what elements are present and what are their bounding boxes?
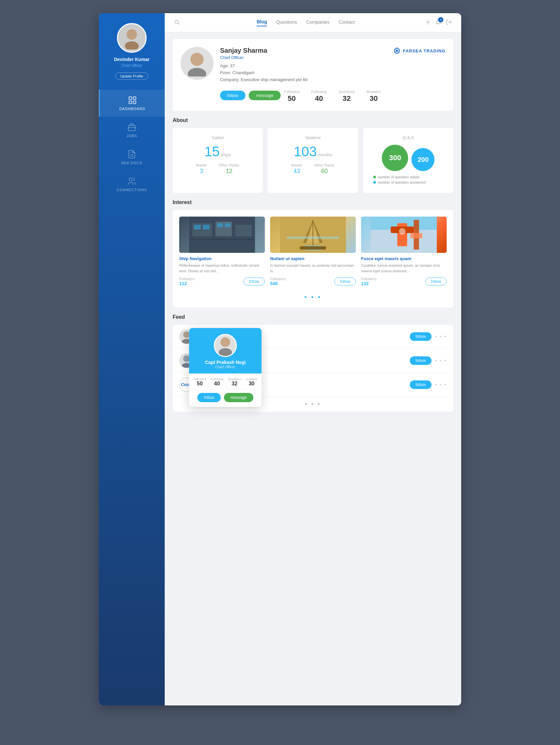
svg-rect-6: [129, 125, 135, 131]
popup-card: Capt Prakash Negi Chief Officer Follower…: [189, 328, 261, 407]
sailed-other-value: 12: [219, 168, 240, 175]
svg-rect-23: [194, 225, 201, 229]
sailed-unit: ships: [221, 152, 231, 157]
connections-label: CONNECTIONS: [117, 188, 147, 192]
popup-stats: Followers 50 Following 40 Questions 32: [189, 374, 261, 390]
svg-rect-33: [287, 236, 339, 239]
followers-label: Followers: [284, 90, 300, 94]
sidebar-user-avatar: [117, 23, 147, 53]
stat-following: Following 40: [311, 90, 326, 103]
following-label: Following: [311, 90, 326, 94]
nav-contact[interactable]: Contact: [339, 20, 354, 26]
interest-follow-btn-2[interactable]: follow: [425, 278, 447, 286]
feed-follow-btn-2[interactable]: follow: [410, 380, 432, 389]
popup-following-label: Following: [211, 378, 223, 381]
feed-card: John Doe Captain follow • • •: [173, 325, 453, 412]
feed-more-btn-0[interactable]: • • •: [435, 334, 447, 339]
dashboard-label: DASHBOARD: [119, 107, 145, 111]
svg-point-0: [127, 29, 137, 40]
header: Blog Questions Companies Contact: [165, 13, 461, 32]
sailed-value: 15: [204, 144, 220, 159]
followers-label-2: Followers: [361, 277, 377, 281]
interest-img-ship-model: [270, 217, 356, 253]
followers-label-0: Followers: [179, 277, 195, 281]
answers-value: 30: [366, 94, 381, 103]
nav-questions[interactable]: Questions: [276, 20, 297, 26]
stat-questions: Questions 32: [339, 90, 355, 103]
svg-rect-25: [217, 223, 223, 227]
seatime-value: 103: [294, 144, 317, 159]
sailed-card: Sailed 15ships Master 3 Other Ranks 12: [173, 128, 262, 193]
settings-icon[interactable]: [425, 19, 431, 26]
feed-actions-2: follow • • •: [410, 380, 447, 389]
popup-stat-following: Following 40: [211, 378, 223, 387]
popup-questions-label: Questions: [228, 378, 241, 381]
profile-from: From: Chandigarh: [220, 70, 445, 76]
search-icon[interactable]: [174, 19, 180, 26]
profile-message-button[interactable]: message: [249, 91, 281, 100]
nav-companies[interactable]: Companies: [306, 20, 330, 26]
feed-follow-btn-1[interactable]: follow: [410, 356, 432, 365]
followers-count-2: 132: [361, 281, 377, 286]
feed-follow-btn-0[interactable]: follow: [410, 332, 432, 341]
profile-card: Sanjay Sharma Chief Officer Age: 37 From…: [173, 39, 453, 111]
feed-actions-1: follow • • •: [410, 356, 447, 365]
interest-pagination-dots[interactable]: • • •: [179, 291, 447, 301]
interest-follow-btn-1[interactable]: follow: [335, 278, 356, 286]
interest-follow-btn-0[interactable]: follow: [243, 278, 265, 286]
notification-badge-count: 4: [438, 17, 443, 23]
feed-more-btn-1[interactable]: • • •: [435, 358, 447, 364]
sidebar-item-dashboard[interactable]: DASHBOARD: [99, 90, 165, 117]
interest-grid: Ship Navigation Pellentesque ut maximus …: [179, 217, 447, 286]
qa-legend-answered-text: number of question answered: [378, 180, 426, 184]
interest-followers-2: Followers 132: [361, 277, 377, 286]
popup-stat-followers: Followers 50: [194, 378, 206, 387]
svg-point-11: [175, 20, 179, 24]
popup-followers-value: 50: [194, 381, 206, 387]
svg-point-45: [183, 355, 190, 362]
seatime-card: Seatime 103months Master 43 Other Ranks …: [268, 128, 358, 193]
popup-answers-value: 30: [246, 381, 257, 387]
main-content: Blog Questions Companies Contact: [165, 13, 461, 706]
popup-name: Capt Prakash Negi: [195, 360, 256, 365]
svg-rect-5: [133, 101, 136, 103]
profile-actions: follow message Followers 50 Following 40: [220, 88, 445, 103]
seatime-label: Seatime: [274, 135, 351, 140]
seatime-master: Master 43: [291, 163, 303, 175]
popup-questions-value: 32: [228, 381, 241, 387]
nav-blog[interactable]: Blog: [257, 19, 267, 26]
popup-message-btn[interactable]: message: [224, 393, 253, 402]
feed-more-btn-2[interactable]: • • •: [435, 382, 447, 388]
interest-img-rescue: [361, 217, 447, 253]
interest-followers-1: Followers 546: [270, 277, 286, 286]
interest-footer-2: Followers 132 follow: [361, 277, 447, 286]
update-profile-button[interactable]: Update Profile: [115, 72, 148, 80]
notification-bell[interactable]: 4: [435, 19, 442, 26]
profile-stats: Followers 50 Following 40 Questions 32: [284, 90, 381, 103]
sidebar-item-sea-docs[interactable]: SEA DOCS: [99, 144, 165, 171]
stat-followers: Followers 50: [284, 90, 300, 103]
qa-circle-blue: 200: [412, 148, 434, 171]
profile-follow-button[interactable]: follow: [220, 91, 245, 100]
qa-circle-green: 300: [382, 145, 408, 171]
feed-section-title: Feed: [173, 314, 453, 320]
popup-followers-label: Followers: [194, 378, 206, 381]
interest-item-2: Fusce eget mauris quam Curabitur cursus …: [361, 217, 447, 286]
svg-rect-2: [129, 97, 132, 100]
content-area: Sanjay Sharma Chief Officer Age: 37 From…: [165, 32, 461, 425]
seatime-other-value: 60: [314, 168, 335, 175]
sidebar-user-name: Devinder Kumar: [114, 57, 149, 62]
logout-icon[interactable]: [446, 19, 452, 26]
profile-company: Company: Executive ship management pte l…: [220, 76, 445, 84]
header-nav: Blog Questions Companies Contact: [186, 19, 425, 26]
profile-role: Chief Officer: [220, 55, 445, 60]
popup-follow-btn[interactable]: follow: [197, 393, 221, 402]
popup-stat-answers: Answers 30: [246, 378, 257, 387]
sidebar-item-connections[interactable]: CONNECTIONS: [99, 171, 165, 198]
popup-header: Capt Prakash Negi Chief Officer: [189, 328, 261, 374]
qa-legend-asked: number of question asked: [373, 175, 443, 179]
profile-card-info: Sanjay Sharma Chief Officer Age: 37 From…: [220, 47, 445, 103]
svg-rect-24: [203, 225, 210, 229]
sidebar-item-jobs[interactable]: JOBS: [99, 117, 165, 144]
popup-role: Chief Officer: [195, 365, 256, 369]
